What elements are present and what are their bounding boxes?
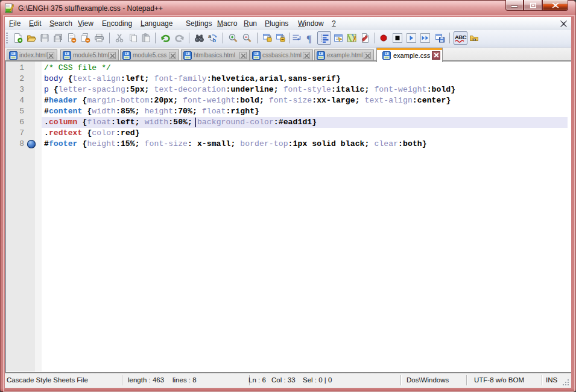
svg-text:a: a — [208, 33, 212, 39]
svg-text:¶: ¶ — [306, 33, 312, 43]
svg-text:b: b — [213, 37, 217, 43]
svg-text:ABC: ABC — [455, 34, 467, 40]
